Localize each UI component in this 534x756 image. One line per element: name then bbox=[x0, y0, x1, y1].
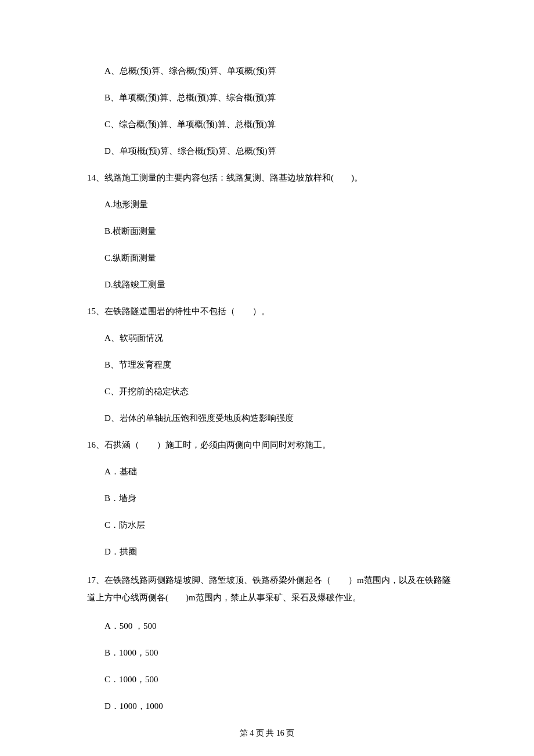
q13-option-b: B、单项概(预)算、总概(预)算、综合概(预)算 bbox=[104, 91, 453, 105]
q16-stem: 16、石拱涵（ ）施工时，必须由两侧向中间同时对称施工。 bbox=[87, 438, 453, 452]
q17-stem: 17、在铁路线路两侧路堤坡脚、路堑坡顶、铁路桥梁外侧起各（ ）m范围内，以及在铁… bbox=[87, 571, 453, 606]
q14-options: A.地形测量 B.横断面测量 C.纵断面测量 D.线路竣工测量 bbox=[104, 197, 453, 291]
q17-option-b: B．1000，500 bbox=[104, 646, 453, 660]
q16-options: A．基础 B．墙身 C．防水层 D．拱圈 bbox=[104, 465, 453, 559]
page-footer: 第 4 页 共 16 页 bbox=[0, 727, 534, 740]
q15-stem: 15、在铁路隧道围岩的特性中不包括（ ）。 bbox=[87, 304, 453, 318]
q14-option-b: B.横断面测量 bbox=[104, 224, 453, 238]
q15-option-a: A、软弱面情况 bbox=[104, 331, 453, 345]
q17-option-a: A．500 ，500 bbox=[104, 619, 453, 633]
q17-options: A．500 ，500 B．1000，500 C．1000，500 D．1000，… bbox=[104, 619, 453, 713]
q13-options: A、总概(预)算、综合概(预)算、单项概(预)算 B、单项概(预)算、总概(预)… bbox=[104, 64, 453, 158]
q13-option-a: A、总概(预)算、综合概(预)算、单项概(预)算 bbox=[104, 64, 453, 78]
q15-option-b: B、节理发育程度 bbox=[104, 358, 453, 372]
q16-option-a: A．基础 bbox=[104, 465, 453, 478]
q15-option-d: D、岩体的单轴抗压饱和强度受地质构造影响强度 bbox=[104, 411, 453, 425]
q17-option-d: D．1000，1000 bbox=[104, 699, 453, 713]
q16-option-d: D．拱圈 bbox=[104, 545, 453, 559]
q16-option-c: C．防水层 bbox=[104, 518, 453, 532]
q14-stem: 14、线路施工测量的主要内容包括：线路复测、路基边坡放样和( )。 bbox=[87, 171, 453, 185]
q14-option-a: A.地形测量 bbox=[104, 197, 453, 211]
q14-option-c: C.纵断面测量 bbox=[104, 251, 453, 265]
q14-option-d: D.线路竣工测量 bbox=[104, 278, 453, 291]
q15-option-c: C、开挖前的稳定状态 bbox=[104, 384, 453, 398]
q17-option-c: C．1000，500 bbox=[104, 672, 453, 686]
q16-option-b: B．墙身 bbox=[104, 491, 453, 505]
q13-option-c: C、综合概(预)算、单项概(预)算、总概(预)算 bbox=[104, 117, 453, 131]
q13-option-d: D、单项概(预)算、综合概(预)算、总概(预)算 bbox=[104, 144, 453, 158]
q15-options: A、软弱面情况 B、节理发育程度 C、开挖前的稳定状态 D、岩体的单轴抗压饱和强… bbox=[104, 331, 453, 425]
